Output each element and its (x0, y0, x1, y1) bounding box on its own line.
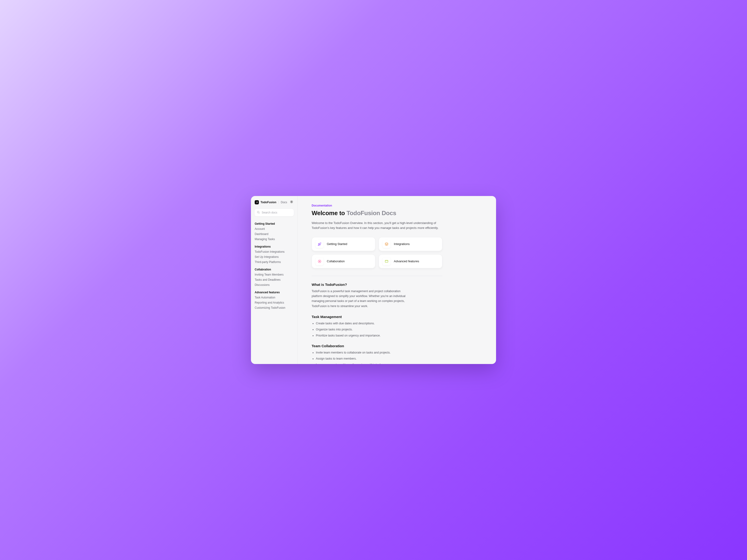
section-list: Create tasks with due dates and descript… (312, 321, 442, 338)
nav-item[interactable]: Managing Tasks (255, 238, 294, 241)
brand[interactable]: TodoFusion Docs (255, 200, 287, 205)
svg-point-1 (257, 211, 259, 213)
nav-group: IntegrationsTodoFusion IntegrationsSet U… (255, 245, 294, 264)
search-icon (257, 211, 260, 215)
brand-sub: Docs (281, 201, 287, 204)
list-item: Invite team members to collaborate on ta… (316, 350, 442, 355)
nav-item[interactable]: TodoFusion Integrations (255, 250, 294, 254)
nav-group: CollabrationInviting Team MembersTasks a… (255, 268, 294, 287)
main-content: Documentation Welcome to TodoFusion Docs… (298, 196, 496, 364)
section-list: Invite team members to collaborate on ta… (312, 350, 442, 364)
theme-toggle[interactable] (289, 200, 294, 205)
card-label: Getting Started (327, 242, 347, 246)
play-icon (316, 257, 324, 265)
nav-item[interactable]: Dashboard (255, 232, 294, 236)
nav-item[interactable]: Inviting Team Members (255, 273, 294, 276)
card-label: Collaboration (327, 260, 345, 263)
nav-item[interactable]: Tasks and Deadlines (255, 278, 294, 282)
section-what: What is TodoFusion? TodoFusion is a powe… (312, 283, 442, 309)
search-input[interactable] (262, 211, 291, 214)
list-item: Leave comments and have discussions with… (316, 363, 442, 364)
nav-item[interactable]: Task Automation (255, 296, 294, 299)
feature-card[interactable]: Getting Started (312, 237, 376, 251)
window-icon (383, 257, 390, 265)
sidebar: TodoFusion Docs Getting StartedAccountDa… (251, 196, 298, 364)
eyebrow: Documentation (312, 204, 487, 207)
feature-card[interactable]: Advanced features (379, 254, 442, 268)
nav-item[interactable]: Reporting and Analytics (255, 301, 294, 304)
title-prefix: Welcome to (312, 210, 346, 216)
nav-item[interactable]: Discussions (255, 283, 294, 287)
list-item: Organize tasks into projects. (316, 327, 442, 332)
feature-card[interactable]: Collaboration (312, 254, 376, 268)
sun-icon (290, 200, 293, 205)
nav-item[interactable]: Customizing TodoFusion (255, 306, 294, 310)
stack-icon (383, 240, 390, 248)
nav-heading: Getting Started (255, 222, 294, 225)
title-muted: TodoFusion Docs (346, 210, 396, 216)
card-label: Advanced features (394, 260, 419, 263)
sidebar-nav: Getting StartedAccountDashboardManaging … (254, 222, 294, 310)
section-task: Task Management Create tasks with due da… (312, 315, 442, 338)
nav-group: Getting StartedAccountDashboardManaging … (255, 222, 294, 241)
search-bar[interactable] (254, 209, 294, 216)
page-title: Welcome to TodoFusion Docs (312, 210, 487, 217)
intro-paragraph: Welcome to the TodoFusion Overview. In t… (312, 220, 442, 231)
svg-point-0 (291, 202, 292, 203)
section-team: Team Collaboration Invite team members t… (312, 344, 442, 364)
section-heading: Team Collaboration (312, 344, 442, 348)
feature-cards: Getting StartedIntegrationsCollaboration… (312, 237, 442, 268)
brand-row: TodoFusion Docs (254, 200, 294, 205)
list-item: Create tasks with due dates and descript… (316, 321, 442, 326)
svg-rect-3 (385, 260, 388, 262)
section-heading: Task Management (312, 315, 442, 319)
nav-item[interactable]: Account (255, 227, 294, 231)
nav-item[interactable]: Third-party Platforms (255, 260, 294, 264)
list-item: Prioritize tasks based on urgency and im… (316, 333, 442, 338)
section-heading: What is TodoFusion? (312, 283, 442, 287)
list-item: Assign tasks to team members. (316, 356, 442, 361)
logo-icon (255, 200, 259, 205)
divider (312, 276, 442, 276)
card-label: Integrations (394, 242, 410, 246)
app-window: TodoFusion Docs Getting StartedAccountDa… (251, 196, 496, 364)
nav-group: Advanced featuresTask AutomationReportin… (255, 291, 294, 310)
nav-heading: Collabration (255, 268, 294, 271)
nav-heading: Advanced features (255, 291, 294, 294)
nav-item[interactable]: Set Up Integrations (255, 255, 294, 259)
rocket-icon (316, 240, 324, 248)
brand-name: TodoFusion (260, 201, 276, 204)
section-body: TodoFusion is a powerful task management… (312, 289, 410, 309)
feature-card[interactable]: Integrations (379, 237, 442, 251)
nav-heading: Integrations (255, 245, 294, 248)
